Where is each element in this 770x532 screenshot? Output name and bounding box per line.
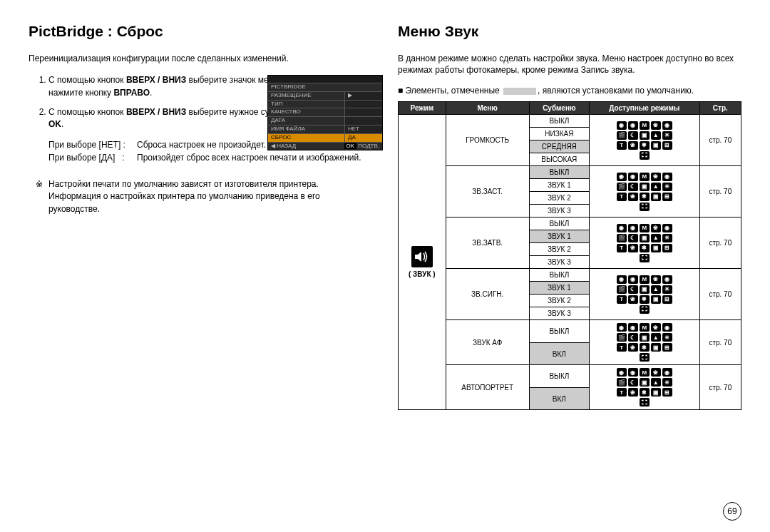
choice-yes-sep: : <box>122 153 124 163</box>
lcd-row-quality: КАЧЕСТВО <box>268 108 344 116</box>
mode-icon: ☀ <box>662 234 672 242</box>
th-available-modes: Доступные режимы <box>590 102 700 115</box>
mode-icon: ✱ <box>640 343 650 352</box>
mode-icon: 🎬 <box>617 285 627 294</box>
mode-icon: ◉ <box>628 368 638 377</box>
menu-self-portrait: АВТОПОРТРЕТ <box>446 365 529 410</box>
mode-icon: ❀ <box>651 323 661 332</box>
mode-icon: ⛶ <box>640 305 650 314</box>
opt-med-default: СРЕДНЯЯ <box>529 140 589 153</box>
mode-icon: M <box>640 121 650 130</box>
mode-icon: ▲ <box>651 378 661 387</box>
opt-sound1-default: ЗВУК 1 <box>529 230 589 243</box>
sound-settings-table: Режим Меню Субменю Доступные режимы Стр. <box>398 101 741 410</box>
mode-icon: ☾ <box>628 183 638 191</box>
mode-cell: ( ЗВУК ) <box>399 115 446 410</box>
lcd-preview: PICTBRIDGE РАЗМЕЩЕНИЕ▶ ТИП КАЧЕСТВО ДАТА… <box>267 75 383 150</box>
mode-icon: ▣ <box>640 234 650 242</box>
mode-icon: ⛶ <box>640 353 650 362</box>
mode-icon: ▣ <box>640 183 650 191</box>
mode-icon: ◉ <box>628 275 638 284</box>
mode-icon: ☾ <box>628 234 638 242</box>
mode-icon: 🎬 <box>617 183 627 191</box>
mode-icon: ◉ <box>662 368 672 377</box>
mode-icon: ◉ <box>628 121 638 130</box>
left-intro: Переинициализация конфигурации после сде… <box>29 53 372 64</box>
mode-icon: ◉ <box>662 173 672 181</box>
th-mode: Режим <box>399 102 446 115</box>
mode-icon: ▣ <box>651 193 661 201</box>
choice-yes-key-text: При выборе [ДА] <box>48 153 115 163</box>
default-highlight-legend <box>503 88 536 95</box>
lcd-back: ◀ НАЗАД <box>271 143 296 150</box>
th-menu: Меню <box>446 102 529 115</box>
page-ref: стр. 70 <box>699 166 741 218</box>
opt-sound3: ЗВУК 3 <box>529 205 589 218</box>
modes-af: ◉◉M❀◉ 🎬☾▣▲☀ T❀✱▣⊞ ⛶ <box>590 320 700 365</box>
page-ref: стр. 70 <box>699 115 741 166</box>
manual-page: PictBridge : Сброс Переинициализация кон… <box>0 0 770 532</box>
lcd-row-filename-val: НЕТ <box>344 126 382 133</box>
mode-icon: ⊞ <box>662 244 672 252</box>
opt-high: ВЫСОКАЯ <box>529 153 589 166</box>
mode-icon: T <box>617 141 627 150</box>
mode-icon: ❀ <box>628 388 638 397</box>
opt-off: ВЫКЛ <box>529 320 589 343</box>
printer-note: Настройки печати по умолчанию зависят от… <box>29 178 372 215</box>
right-heading: Меню Звук <box>398 23 741 40</box>
opt-on-default: ВКЛ <box>529 387 589 410</box>
page-ref: стр. 70 <box>699 365 741 410</box>
mode-icon: ✱ <box>640 244 650 252</box>
opt-sound1: ЗВУК 1 <box>529 179 589 192</box>
mode-icon: ▲ <box>651 234 661 242</box>
mode-icon: ◉ <box>617 275 627 284</box>
mode-icon: ❀ <box>628 295 638 304</box>
opt-off-default: ВЫКЛ <box>529 166 589 179</box>
mode-icon: ◉ <box>662 121 672 130</box>
step1-bold2: ВПРАВО <box>113 88 150 98</box>
mode-icon: ◉ <box>617 173 627 181</box>
step1-bold1: ВВЕРХ / ВНИЗ <box>126 75 186 85</box>
lcd-ok: OK <box>344 143 357 149</box>
mode-icon: ▣ <box>640 333 650 342</box>
step2-bold1: ВВЕРХ / ВНИЗ <box>126 107 186 117</box>
choice-yes-val: Произойдет сброс всех настроек печати и … <box>137 151 372 164</box>
mode-icon: T <box>617 388 627 397</box>
mode-icon: ▣ <box>651 141 661 150</box>
menu-shutter-sound: ЗВ.ЗАТВ. <box>446 218 529 269</box>
mode-icon: ☾ <box>628 333 638 342</box>
mode-icon: ❀ <box>628 141 638 150</box>
modes-volume: ◉◉M❀◉ 🎬☾▣▲☀ T❀✱▣⊞ ⛶ <box>590 115 700 166</box>
mode-icon: 🎬 <box>617 234 627 242</box>
mode-icon: ◉ <box>662 323 672 332</box>
opt-on-default: ВКЛ <box>529 342 589 365</box>
mode-icon: ☀ <box>662 378 672 387</box>
mode-icon: ✱ <box>640 193 650 201</box>
mode-icon: ⛶ <box>640 203 650 211</box>
mode-icon: ▣ <box>651 343 661 352</box>
lcd-confirm: ПОДТВ. <box>358 143 379 149</box>
lcd-row-reset: СБРОС <box>268 134 344 142</box>
lcd-row-reset-val: ДА <box>344 134 382 142</box>
mode-icon: ❀ <box>651 368 661 377</box>
choice-yes-key: При выборе [ДА] : <box>48 151 134 164</box>
step2-bold2: OK <box>48 119 61 129</box>
lcd-footer: ◀ НАЗАД OK ПОДТВ. <box>268 142 382 150</box>
mode-icon: ❀ <box>651 224 661 232</box>
mode-icon: T <box>617 295 627 304</box>
opt-sound3: ЗВУК 3 <box>529 307 589 320</box>
left-column: PictBridge : Сброс Переинициализация кон… <box>29 23 372 518</box>
mode-icon: M <box>640 224 650 232</box>
step1-text-a: С помощью кнопок <box>48 75 126 85</box>
mode-icon: ▣ <box>640 378 650 387</box>
mode-icon: ☾ <box>628 378 638 387</box>
mode-icon: ❀ <box>651 275 661 284</box>
mode-icon: ❀ <box>628 244 638 252</box>
right-intro: В данном режиме можно сделать настройки … <box>398 53 741 76</box>
mode-icon: ◉ <box>617 323 627 332</box>
menu-start-sound: ЗВ.ЗАСТ. <box>446 166 529 218</box>
mode-icon: ◉ <box>617 224 627 232</box>
modes-start: ◉◉M❀◉ 🎬☾▣▲☀ T❀✱▣⊞ ⛶ <box>590 166 700 218</box>
page-ref: стр. 70 <box>699 218 741 269</box>
mode-icon: ⛶ <box>640 254 650 262</box>
